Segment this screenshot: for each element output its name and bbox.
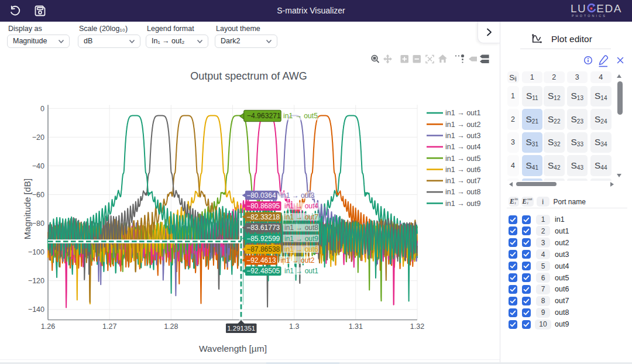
svg-text:in1 → out4: in1 → out4 [284, 202, 318, 210]
svg-text:1.3: 1.3 [289, 322, 299, 331]
svg-text:in1 → out5: in1 → out5 [283, 112, 318, 120]
svg-text:−4.963271: −4.963271 [247, 112, 281, 120]
svg-text:Wavelength [µm]: Wavelength [µm] [199, 344, 267, 353]
svg-text:0: 0 [40, 105, 44, 113]
svg-text:−140: −140 [28, 305, 44, 314]
svg-text:−83.61773: −83.61773 [246, 224, 280, 232]
svg-text:−20: −20 [32, 133, 44, 142]
svg-text:−92.48505: −92.48505 [246, 267, 280, 275]
svg-text:in1 → out7: in1 → out7 [445, 177, 481, 185]
svg-text:−40: −40 [32, 162, 44, 170]
svg-text:1.32: 1.32 [410, 322, 424, 331]
svg-text:1.28: 1.28 [164, 322, 178, 331]
svg-text:in1 → out4: in1 → out4 [445, 143, 481, 151]
svg-text:1.31: 1.31 [349, 322, 363, 331]
svg-text:in1 → out9: in1 → out9 [445, 200, 481, 208]
svg-text:in1 → out2: in1 → out2 [445, 121, 481, 129]
svg-text:in1 → out8: in1 → out8 [445, 188, 481, 196]
svg-text:in1 → out3: in1 → out3 [280, 191, 314, 200]
svg-text:in1 → out6: in1 → out6 [445, 166, 481, 174]
svg-text:−80.86895: −80.86895 [246, 202, 280, 210]
svg-text:in1 → out2: in1 → out2 [280, 256, 314, 265]
svg-text:−85.92599: −85.92599 [246, 235, 280, 243]
svg-text:in1 → out1: in1 → out1 [284, 267, 318, 275]
svg-text:−92.4613: −92.4613 [246, 256, 276, 265]
svg-text:Output spectrum of AWG: Output spectrum of AWG [190, 70, 307, 82]
svg-text:in1 → out6: in1 → out6 [284, 245, 318, 253]
svg-text:1.291351: 1.291351 [227, 325, 255, 332]
svg-text:Magnitude [dB]: Magnitude [dB] [22, 178, 32, 239]
svg-text:in1 → out8: in1 → out8 [284, 224, 318, 232]
svg-text:−87.86538: −87.86538 [246, 245, 280, 253]
svg-text:1.26: 1.26 [41, 322, 55, 331]
svg-text:−80: −80 [32, 219, 44, 228]
svg-text:−82.33218: −82.33218 [246, 213, 280, 221]
svg-text:−80.0364: −80.0364 [246, 191, 276, 200]
svg-text:−120: −120 [28, 277, 44, 285]
svg-text:−60: −60 [32, 191, 44, 199]
svg-text:1.27: 1.27 [102, 322, 116, 331]
svg-text:in1 → out7: in1 → out7 [284, 213, 318, 221]
svg-text:in1 → out1: in1 → out1 [445, 109, 481, 117]
svg-text:in1 → out5: in1 → out5 [445, 154, 481, 163]
svg-text:in1 → out9: in1 → out9 [284, 235, 318, 243]
svg-text:in1 → out3: in1 → out3 [445, 132, 481, 140]
svg-text:−100: −100 [28, 248, 44, 256]
